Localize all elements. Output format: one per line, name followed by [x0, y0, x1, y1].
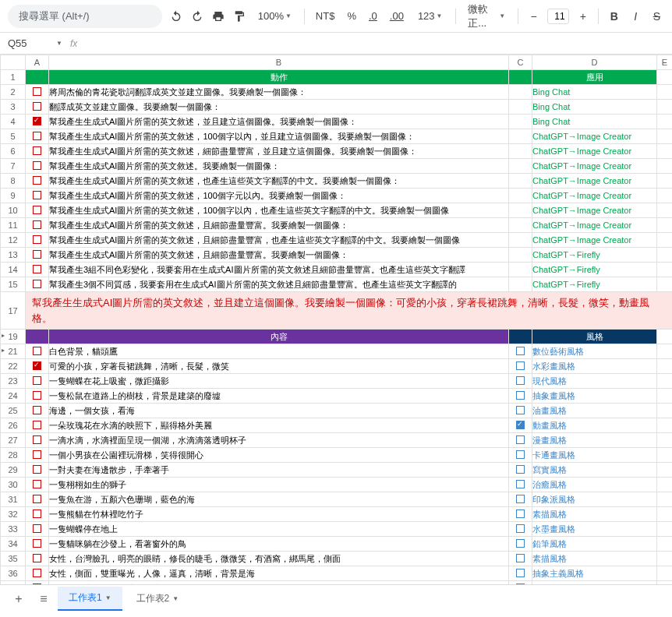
- row-header-32[interactable]: 32: [1, 507, 26, 522]
- cell-D21[interactable]: 數位藝術風格: [532, 344, 657, 359]
- cell-B27[interactable]: 一滴水滴，水滴裡面呈現一個湖，水滴滴落透明杯子: [49, 433, 509, 448]
- cell-D9[interactable]: ChatGPT→Image Creator: [532, 189, 657, 203]
- col-header-C[interactable]: C: [509, 55, 532, 70]
- cell-D28[interactable]: 卡通畫風格: [532, 448, 657, 463]
- checkbox[interactable]: [33, 250, 41, 259]
- cell-B35[interactable]: 女性，台灣臉孔，明亮的眼睛，修長的睫毛，微微笑，有酒窩，綁馬尾，側面: [49, 552, 509, 566]
- row-header-29[interactable]: 29: [1, 463, 26, 478]
- cell-D7[interactable]: ChatGPT→Image Creator: [532, 159, 657, 174]
- cell-D12[interactable]: ChatGPT→Image Creator: [532, 233, 657, 248]
- strikethrough-button[interactable]: S: [649, 7, 664, 26]
- italic-button[interactable]: I: [628, 7, 643, 26]
- row-header-23[interactable]: 23: [1, 374, 26, 389]
- checkbox[interactable]: [33, 132, 41, 140]
- cell-B12[interactable]: 幫我產生生成式AI圖片所需的英文敘述，且細節盡量豐富，也產生這些英文字翻譯的中文…: [49, 233, 509, 248]
- currency-button[interactable]: NT$: [313, 10, 338, 22]
- cell-D32[interactable]: 素描風格: [532, 507, 657, 522]
- row-header-15[interactable]: 15: [1, 277, 26, 292]
- bold-button[interactable]: B: [607, 7, 621, 26]
- cell-D11[interactable]: ChatGPT→Image Creator: [532, 218, 657, 233]
- checkbox[interactable]: [516, 347, 525, 355]
- cell-D35[interactable]: 素描風格: [532, 552, 657, 566]
- font-dropdown[interactable]: 微軟正...▼: [463, 1, 510, 32]
- row-header-28[interactable]: 28: [1, 448, 26, 463]
- checkbox[interactable]: [33, 146, 41, 155]
- cell-D13[interactable]: ChatGPT→Firefly: [532, 248, 657, 263]
- format-123-dropdown[interactable]: 123▼: [413, 9, 447, 23]
- cell-B5[interactable]: 幫我產生生成式AI圖片所需的英文敘述，100個字以內，並且建立這個圖像。我要繪製…: [49, 129, 509, 144]
- cell-D26[interactable]: 動畫風格: [532, 418, 657, 433]
- row-header-7[interactable]: 7: [1, 159, 26, 174]
- print-button[interactable]: [210, 7, 225, 26]
- checkbox[interactable]: [33, 524, 41, 533]
- checkbox[interactable]: [33, 421, 41, 429]
- cell-B30[interactable]: 一隻栩栩如生的獅子: [49, 478, 509, 492]
- row-header-11[interactable]: 11: [1, 218, 26, 233]
- cell-B6[interactable]: 幫我產生生成式AI圖片所需的英文敘述，細節盡量豐富，並且建立這個圖像。我要繪製一…: [49, 144, 509, 159]
- cell-D4[interactable]: Bing Chat: [532, 115, 657, 129]
- cell-B36[interactable]: 女性，側面，雙重曝光，人像，逼真，清晰，背景是海: [49, 566, 509, 581]
- row-header-6[interactable]: 6: [1, 144, 26, 159]
- all-sheets-button[interactable]: ≡: [33, 588, 55, 610]
- cell-D3[interactable]: Bing Chat: [532, 100, 657, 115]
- cell-D6[interactable]: ChatGPT→Image Creator: [532, 144, 657, 159]
- cell-D22[interactable]: 水彩畫風格: [532, 359, 657, 374]
- cell-B4[interactable]: 幫我產生生成式AI圖片所需的英文敘述，並且建立這個圖像。我要繪製一個圖像：: [49, 115, 509, 129]
- checkbox[interactable]: [516, 376, 525, 385]
- cell-D5[interactable]: ChatGPT→Image Creator: [532, 129, 657, 144]
- col-header-B[interactable]: B: [49, 55, 509, 70]
- percent-button[interactable]: %: [344, 10, 359, 22]
- row-header-36[interactable]: 36: [1, 566, 26, 581]
- checkbox[interactable]: [33, 220, 41, 229]
- cell-D36[interactable]: 抽象主義風格: [532, 566, 657, 581]
- font-size-increase[interactable]: +: [575, 7, 590, 26]
- checkbox[interactable]: [33, 406, 41, 414]
- cell-D27[interactable]: 漫畫風格: [532, 433, 657, 448]
- checkbox[interactable]: [516, 569, 525, 577]
- row-header-17[interactable]: 17: [1, 292, 26, 330]
- row-header-30[interactable]: 30: [1, 478, 26, 492]
- cell-B2[interactable]: 將周杰倫的青花瓷歌詞翻譯成英文並建立圖像。我要繪製一個圖像：: [49, 85, 509, 100]
- undo-button[interactable]: [168, 7, 183, 26]
- cell-D14[interactable]: ChatGPT→Firefly: [532, 263, 657, 277]
- checkbox[interactable]: [516, 465, 525, 474]
- cell-B33[interactable]: 一隻蝴蝶停在地上: [49, 522, 509, 537]
- zoom-dropdown[interactable]: 100%▼: [253, 9, 296, 23]
- cell-B24[interactable]: 一隻松鼠在道路上的樹枝，背景是建築的廢墟: [49, 389, 509, 404]
- row-header-37[interactable]: 37: [1, 581, 26, 585]
- decrease-decimal-button[interactable]: .0: [366, 10, 380, 22]
- checkbox[interactable]: [33, 102, 41, 111]
- row-header-34[interactable]: 34: [1, 537, 26, 552]
- cell-B10[interactable]: 幫我產生生成式AI圖片所需的英文敘述，100個字以內，也產生這些英文字翻譯的中文…: [49, 203, 509, 218]
- menu-search[interactable]: 搜尋選單 (Alt+/): [8, 5, 162, 28]
- row-header-14[interactable]: 14: [1, 263, 26, 277]
- row-header-22[interactable]: 22: [1, 359, 26, 374]
- cell-B15[interactable]: 幫我產生3個不同質感，我要套用在生成式AI圖片所需的英文敘述且細節盡量豐富。也產…: [49, 277, 509, 292]
- cell-D15[interactable]: ChatGPT→Firefly: [532, 277, 657, 292]
- row-header-31[interactable]: 31: [1, 492, 26, 507]
- cell-B29[interactable]: 一對夫妻在海邊散步，手牽著手: [49, 463, 509, 478]
- sheet-tab-2[interactable]: 工作表2▼: [126, 587, 190, 610]
- cell-D10[interactable]: ChatGPT→Image Creator: [532, 203, 657, 218]
- checkbox[interactable]: [516, 421, 525, 429]
- cell-B25[interactable]: 海邊，一個女孩，看海: [49, 404, 509, 418]
- cell-B32[interactable]: 一隻熊貓在竹林裡吃竹子: [49, 507, 509, 522]
- row-header-21[interactable]: ▸21: [1, 344, 26, 359]
- cell-D30[interactable]: 治癒風格: [532, 478, 657, 492]
- add-sheet-button[interactable]: +: [8, 588, 30, 610]
- row-header-9[interactable]: 9: [1, 189, 26, 203]
- checkbox[interactable]: [33, 206, 41, 214]
- row-header-25[interactable]: 25: [1, 404, 26, 418]
- cell-B37[interactable]: 由上而下滴落的大水滴，水滴表面反射一隻蝴蝶: [49, 581, 509, 585]
- row-header-13[interactable]: 13: [1, 248, 26, 263]
- checkbox[interactable]: [33, 480, 41, 488]
- merged-pink-cell[interactable]: 幫我產生生成式AI圖片所需的英文敘述，並且建立這個圖像。我要繪製一個圖像：可愛的…: [26, 292, 672, 329]
- checkbox[interactable]: [516, 554, 525, 562]
- checkbox[interactable]: [33, 509, 41, 518]
- cell-B22[interactable]: 可愛的小孩，穿著長裙跳舞，清晰，長髮，微笑: [49, 359, 509, 374]
- cell-B3[interactable]: 翻譯成英文並建立圖像。我要繪製一個圖像：: [49, 100, 509, 115]
- spreadsheet-grid[interactable]: A B C D E 1動作應用2將周杰倫的青花瓷歌詞翻譯成英文並建立圖像。我要繪…: [0, 55, 672, 584]
- checkbox[interactable]: [33, 87, 41, 96]
- checkbox[interactable]: [33, 161, 41, 170]
- row-header-12[interactable]: 12: [1, 233, 26, 248]
